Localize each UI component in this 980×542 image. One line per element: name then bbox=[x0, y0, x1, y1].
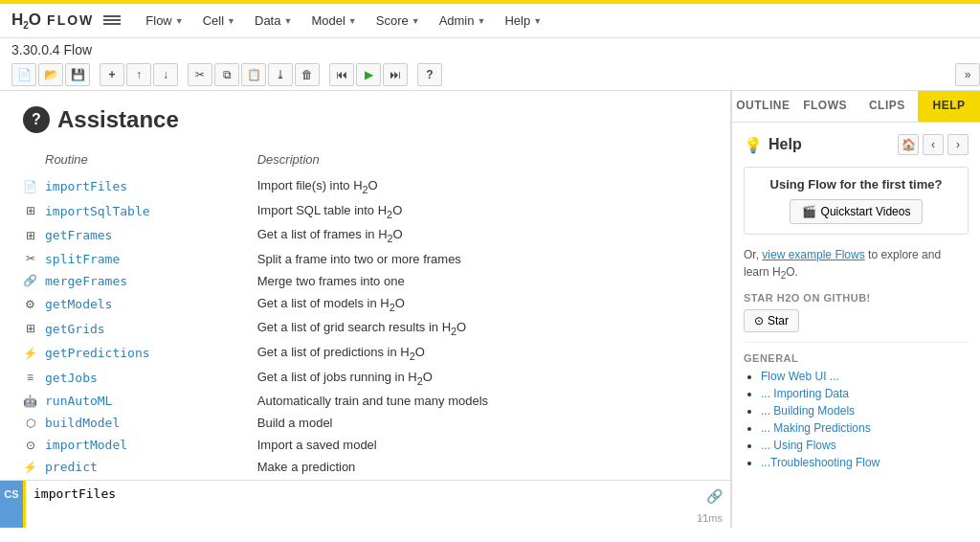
data-caret: ▼ bbox=[283, 16, 292, 26]
table-row: ⚡ predict Make a prediction bbox=[23, 456, 707, 478]
nav-score[interactable]: Score▼ bbox=[367, 10, 430, 32]
nav-model[interactable]: Model▼ bbox=[301, 10, 366, 32]
tab-flows[interactable]: FLOWS bbox=[794, 91, 857, 122]
desc-getJobs: Get a list of jobs running in H2O bbox=[257, 366, 707, 391]
help-title-row: 💡 Help 🏠 ‹ › bbox=[744, 134, 969, 155]
expand-button[interactable]: » bbox=[955, 63, 980, 86]
admin-caret: ▼ bbox=[477, 16, 485, 26]
routine-table: Routine Description 📄 importFiles Import… bbox=[23, 148, 707, 478]
star-button[interactable]: ⊙ Star bbox=[744, 309, 799, 332]
general-label: GENERAL bbox=[744, 352, 969, 364]
new-button[interactable]: 📄 bbox=[11, 63, 36, 86]
desc-importFiles: Import file(s) into H2O bbox=[257, 174, 707, 199]
routine-link-importFiles[interactable]: importFiles bbox=[45, 174, 257, 199]
github-section: STAR H2O ON GITHUB! ⊙ Star bbox=[744, 292, 969, 332]
list-item: ... Making Predictions bbox=[761, 421, 969, 435]
routine-link-splitFrame[interactable]: splitFrame bbox=[45, 248, 257, 270]
routine-link-getModels[interactable]: getModels bbox=[45, 292, 257, 317]
row-icon-splitFrame: ✂ bbox=[23, 248, 45, 270]
desc-getFrames: Get a list of frames in H2O bbox=[257, 223, 707, 248]
nav-help[interactable]: Help▼ bbox=[495, 10, 551, 32]
routine-link-getPredictions[interactable]: getPredictions bbox=[45, 341, 257, 366]
nav-flow[interactable]: Flow▼ bbox=[136, 10, 192, 32]
row-icon-runAutoML: 🤖 bbox=[23, 390, 45, 412]
routine-link-runAutoML[interactable]: runAutoML bbox=[45, 390, 257, 412]
download-button[interactable]: ⤓ bbox=[268, 63, 293, 86]
help-title: 💡 Help bbox=[744, 136, 802, 154]
table-row: 🤖 runAutoML Automatically train and tune… bbox=[23, 390, 707, 412]
cell-input[interactable]: importFiles bbox=[33, 486, 723, 515]
nav-cell[interactable]: Cell▼ bbox=[193, 10, 245, 32]
explore-flows-link[interactable]: view example Flows bbox=[762, 248, 864, 261]
last-button[interactable]: ⏭ bbox=[383, 63, 408, 86]
first-button[interactable]: ⏮ bbox=[329, 63, 354, 86]
logo-flow-text: FLOW bbox=[47, 12, 94, 28]
assistance-header: ? Assistance bbox=[23, 106, 707, 133]
general-link-1[interactable]: ... Importing Data bbox=[761, 387, 849, 400]
github-label: STAR H2O ON GITHUB! bbox=[744, 292, 969, 304]
routine-link-predict[interactable]: predict bbox=[45, 456, 257, 478]
general-link-3[interactable]: ... Making Predictions bbox=[761, 421, 871, 435]
move-up-button[interactable]: ↑ bbox=[126, 63, 151, 86]
nav-data[interactable]: Data▼ bbox=[245, 10, 301, 32]
general-link-0[interactable]: Flow Web UI ... bbox=[761, 370, 839, 383]
help-back-button[interactable]: ‹ bbox=[923, 134, 944, 155]
copy-button[interactable]: ⧉ bbox=[214, 63, 239, 86]
nav-admin[interactable]: Admin▼ bbox=[430, 10, 496, 32]
col-icon bbox=[23, 148, 45, 174]
table-row: ⚙ getModels Get a list of models in H2O bbox=[23, 292, 707, 317]
delete-button[interactable]: 🗑 bbox=[295, 63, 320, 86]
desc-getModels: Get a list of models in H2O bbox=[257, 292, 707, 317]
assistance-panel: ? Assistance Routine Description 📄 impor… bbox=[0, 91, 730, 480]
general-link-5[interactable]: ...Troubleshooting Flow bbox=[761, 456, 880, 469]
col-routine: Routine bbox=[45, 148, 257, 174]
table-row: ✂ splitFrame Split a frame into two or m… bbox=[23, 248, 707, 270]
desc-splitFrame: Split a frame into two or more frames bbox=[257, 248, 707, 270]
move-down-button[interactable]: ↓ bbox=[153, 63, 178, 86]
attach-icon: 🔗 bbox=[706, 488, 723, 504]
list-item: ... Using Flows bbox=[761, 439, 969, 452]
table-row: ⬡ buildModel Build a model bbox=[23, 412, 707, 434]
run-button[interactable]: ▶ bbox=[356, 63, 381, 86]
row-icon-buildModel: ⬡ bbox=[23, 412, 45, 434]
logo-h2o: H2O bbox=[11, 11, 41, 31]
row-icon-getFrames: ⊞ bbox=[23, 223, 45, 248]
routine-link-mergeFrames[interactable]: mergeFrames bbox=[45, 270, 257, 292]
tab-clips[interactable]: CLIPS bbox=[857, 91, 919, 122]
cell-area: CS importFiles 🔗 ⤢ 11ms bbox=[0, 480, 730, 528]
save-button[interactable]: 💾 bbox=[65, 63, 90, 86]
routine-link-getGrids[interactable]: getGrids bbox=[45, 316, 257, 341]
cell-caret: ▼ bbox=[227, 16, 235, 26]
routine-link-getFrames[interactable]: getFrames bbox=[45, 223, 257, 248]
general-link-4[interactable]: ... Using Flows bbox=[761, 439, 836, 452]
help-forward-button[interactable]: › bbox=[947, 134, 969, 155]
cut-button[interactable]: ✂ bbox=[188, 63, 212, 86]
row-icon-getGrids: ⊞ bbox=[23, 316, 45, 341]
routine-link-buildModel[interactable]: buildModel bbox=[45, 412, 257, 434]
list-item: Flow Web UI ... bbox=[761, 370, 969, 383]
right-tabs: OUTLINE FLOWS CLIPS HELP bbox=[732, 91, 980, 123]
quickstart-button[interactable]: 🎬 Quickstart Videos bbox=[790, 199, 924, 224]
desc-getPredictions: Get a list of predictions in H2O bbox=[257, 341, 707, 366]
general-link-2[interactable]: ... Building Models bbox=[761, 404, 855, 418]
routine-link-getJobs[interactable]: getJobs bbox=[45, 366, 257, 391]
help-toolbar-button[interactable]: ? bbox=[417, 63, 442, 86]
tab-help[interactable]: HELP bbox=[918, 91, 980, 122]
routine-link-importModel[interactable]: importModel bbox=[45, 434, 257, 456]
desc-predict: Make a prediction bbox=[257, 456, 707, 478]
row-icon-importSqlTable: ⊞ bbox=[23, 199, 45, 224]
routine-link-importSqlTable[interactable]: importSqlTable bbox=[45, 199, 257, 224]
add-cell-button[interactable]: + bbox=[100, 63, 124, 86]
video-icon: 🎬 bbox=[802, 205, 816, 218]
table-row: ⊞ importSqlTable Import SQL table into H… bbox=[23, 199, 707, 224]
row-icon-mergeFrames: 🔗 bbox=[23, 270, 45, 292]
flow-caret: ▼ bbox=[175, 16, 184, 26]
help-home-button[interactable]: 🏠 bbox=[898, 134, 919, 155]
row-icon-getJobs: ≡ bbox=[23, 366, 45, 391]
general-links-list: Flow Web UI ... ... Importing Data ... B… bbox=[744, 370, 969, 469]
tab-outline[interactable]: OUTLINE bbox=[732, 91, 794, 122]
first-time-box: Using Flow for the first time? 🎬 Quickst… bbox=[744, 167, 969, 235]
paste-button[interactable]: 📋 bbox=[241, 63, 266, 86]
main-layout: ? Assistance Routine Description 📄 impor… bbox=[0, 91, 980, 528]
open-button[interactable]: 📂 bbox=[38, 63, 63, 86]
